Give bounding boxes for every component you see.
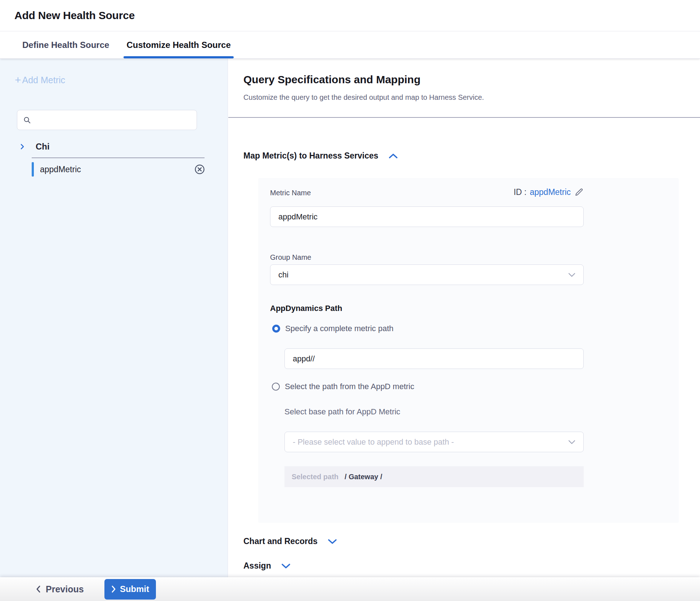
metrics-sidebar: + Add Metric Chi appdMetric: [0, 59, 228, 577]
radio-selected-icon[interactable]: [272, 325, 280, 333]
content-divider: [228, 117, 700, 118]
group-name-value: chi: [278, 270, 568, 280]
footer-bar: Previous Submit: [0, 577, 700, 601]
metric-name-input[interactable]: [270, 206, 584, 227]
previous-button[interactable]: Previous: [36, 584, 84, 595]
page-header: Add New Health Source: [0, 0, 700, 31]
chevron-right-icon: [19, 143, 26, 150]
plus-icon: +: [15, 75, 21, 85]
metric-group-chi[interactable]: Chi: [0, 137, 228, 156]
group-name-select[interactable]: chi: [270, 264, 584, 285]
add-health-source-dialog: Add New Health Source Define Health Sour…: [0, 0, 700, 601]
tab-label: Customize Health Source: [126, 40, 230, 50]
selected-path-value: / Gateway /: [345, 473, 382, 481]
radio-select-appd-path[interactable]: Select the path from the AppD metric: [272, 382, 414, 391]
assign-section-header[interactable]: Assign: [243, 561, 291, 571]
search-icon: [23, 116, 31, 124]
submit-label: Submit: [120, 584, 149, 594]
group-name-label: Group Name: [270, 253, 311, 262]
panel-title: Query Specifications and Mapping: [243, 74, 421, 86]
page-title: Add New Health Source: [14, 9, 135, 22]
chevron-left-icon: [36, 585, 41, 593]
radio-label: Specify a complete metric path: [285, 324, 394, 333]
remove-metric-icon[interactable]: [194, 164, 205, 175]
active-tab-indicator: [124, 56, 233, 58]
selected-path-bar: Selected path / Gateway /: [284, 466, 584, 487]
metric-item-label: appdMetric: [40, 165, 81, 174]
appdynamics-path-heading: AppDynamics Path: [270, 304, 342, 313]
add-metric-label: Add Metric: [22, 75, 65, 85]
group-label: Chi: [36, 142, 50, 152]
metric-path-input[interactable]: [284, 348, 584, 369]
metric-id-value[interactable]: appdMetric: [530, 187, 571, 197]
edit-id-icon[interactable]: [575, 188, 584, 197]
metric-search-box: [17, 110, 197, 130]
id-label: ID :: [513, 187, 526, 197]
submit-button[interactable]: Submit: [104, 579, 156, 600]
chevron-down-icon: [281, 563, 291, 569]
base-path-placeholder: - Please select value to append to base …: [293, 437, 568, 447]
section-label: Chart and Records: [243, 537, 318, 546]
selected-path-label: Selected path: [292, 473, 338, 481]
section-label: Assign: [243, 561, 271, 571]
map-metrics-section-header[interactable]: Map Metric(s) to Harness Services: [243, 151, 398, 161]
radio-label: Select the path from the AppD metric: [285, 382, 414, 391]
query-spec-panel: Query Specifications and Mapping Customi…: [228, 59, 700, 577]
panel-subtitle: Customize the query to get the desired o…: [243, 93, 484, 102]
chevron-down-icon: [568, 273, 575, 277]
chevron-right-icon: [111, 585, 116, 593]
metric-id: ID : appdMetric: [513, 187, 584, 197]
chart-and-records-section-header[interactable]: Chart and Records: [243, 537, 337, 546]
add-metric-button[interactable]: + Add Metric: [15, 75, 65, 85]
metric-mapping-card: Metric Name ID : appdMetric Group Name c…: [258, 178, 679, 523]
base-path-select[interactable]: - Please select value to append to base …: [284, 432, 584, 452]
radio-complete-metric-path[interactable]: Specify a complete metric path: [272, 324, 394, 333]
tab-bar: Define Health Source Customize Health So…: [0, 31, 700, 59]
tab-label: Define Health Source: [22, 40, 109, 50]
chevron-up-icon: [389, 153, 398, 159]
tab-define-health-source[interactable]: Define Health Source: [22, 31, 109, 58]
metric-name-label: Metric Name: [270, 189, 311, 197]
tab-customize-health-source[interactable]: Customize Health Source: [126, 31, 230, 58]
chevron-down-icon: [328, 539, 337, 544]
previous-label: Previous: [46, 584, 84, 595]
selected-metric-indicator: [32, 162, 34, 177]
radio-unselected-icon[interactable]: [272, 383, 280, 391]
base-path-label: Select base path for AppD Metric: [284, 407, 400, 417]
chevron-down-icon: [568, 440, 575, 444]
metric-item-appdmetric[interactable]: appdMetric: [0, 158, 228, 181]
section-label: Map Metric(s) to Harness Services: [243, 151, 378, 161]
search-input[interactable]: [35, 115, 191, 125]
